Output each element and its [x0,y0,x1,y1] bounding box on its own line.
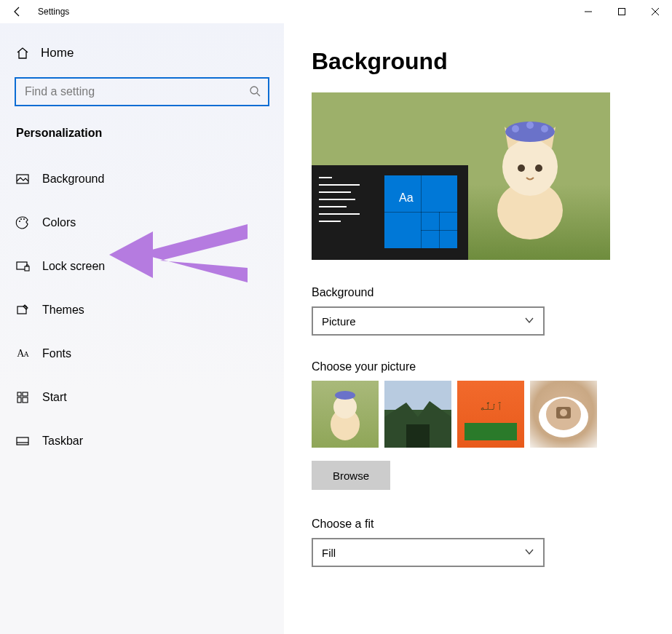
background-dropdown[interactable]: Picture [312,306,545,336]
start-icon [15,390,31,405]
sidebar-item-lockscreen[interactable]: Lock screen [15,249,269,284]
search-box[interactable] [15,77,269,106]
sidebar-item-start[interactable]: Start [15,380,269,415]
search-input[interactable] [23,84,249,99]
sidebar-nav: Background Colors Lock screen [15,162,269,459]
minimize-button[interactable] [572,0,605,23]
sidebar-item-label: Background [31,173,104,186]
sidebar-item-label: Lock screen [31,260,105,273]
choose-fit-label: Choose a fit [312,518,655,531]
svg-point-27 [335,391,355,400]
background-dropdown-label: Background [312,286,655,299]
arrow-left-icon [12,6,23,17]
svg-rect-13 [17,397,21,403]
svg-rect-14 [23,397,28,403]
svg-point-5 [19,221,20,222]
chevron-down-icon [524,547,534,559]
desktop-preview [312,92,610,260]
svg-point-2 [250,87,258,94]
window-title: Settings [35,7,69,17]
svg-rect-9 [25,266,29,271]
svg-point-35 [560,409,567,416]
settings-window: Settings Home [0,0,672,634]
fonts-icon: AA [15,348,31,360]
palette-icon [15,215,31,230]
svg-point-23 [518,165,525,172]
svg-rect-12 [23,392,28,396]
picture-thumbnail[interactable] [312,381,379,448]
picture-thumbnails: ٱللَّٰه [312,381,655,448]
fit-dropdown-value: Fill [322,547,336,559]
svg-line-3 [257,93,260,96]
title-bar: Settings [0,0,672,23]
picture-icon [15,172,31,186]
sidebar: Home Personalization Background [0,23,284,634]
svg-rect-15 [17,437,28,445]
close-icon [651,7,660,16]
svg-point-6 [20,218,22,220]
sidebar-section-label: Personalization [15,127,269,140]
svg-point-7 [23,218,25,220]
sidebar-item-label: Fonts [31,347,71,360]
sidebar-item-background[interactable]: Background [15,162,269,197]
sidebar-home-label: Home [31,46,74,60]
fit-dropdown[interactable]: Fill [312,538,545,567]
sidebar-home[interactable]: Home [15,36,269,70]
sidebar-item-colors[interactable]: Colors [15,205,269,240]
back-button[interactable] [0,0,35,23]
picture-thumbnail[interactable] [384,381,451,448]
chevron-down-icon [524,315,534,328]
svg-rect-29 [406,424,430,448]
sidebar-item-label: Taskbar [31,435,83,448]
minimize-icon [584,7,593,16]
home-icon [15,46,31,60]
window-controls [572,0,672,23]
preview-wallpaper-image [479,101,581,239]
taskbar-icon [15,434,31,448]
svg-rect-28 [384,381,451,410]
browse-button[interactable]: Browse [312,461,390,490]
svg-rect-30 [465,423,517,440]
svg-point-20 [512,125,519,132]
svg-text:ٱللَّٰه: ٱللَّٰه [479,401,502,412]
svg-rect-11 [17,392,21,396]
search-icon [249,85,261,99]
content-area: Background [284,23,672,634]
svg-rect-1 [619,9,625,15]
sidebar-item-fonts[interactable]: AA Fonts [15,336,269,371]
maximize-button[interactable] [605,0,639,23]
svg-point-24 [535,165,542,172]
page-title: Background [312,48,655,75]
themes-icon [15,303,31,317]
sidebar-item-taskbar[interactable]: Taskbar [15,424,269,459]
sidebar-item-label: Themes [31,304,84,317]
choose-picture-label: Choose your picture [312,360,655,373]
maximize-icon [617,7,626,16]
sidebar-item-label: Start [31,391,67,404]
picture-thumbnail[interactable] [530,381,597,448]
close-button[interactable] [639,0,672,23]
svg-point-21 [526,122,534,129]
lock-screen-icon [15,259,31,274]
sidebar-item-themes[interactable]: Themes [15,293,269,328]
picture-thumbnail[interactable]: ٱللَّٰه [457,381,524,448]
svg-point-22 [541,125,548,132]
sidebar-item-label: Colors [31,216,76,229]
background-dropdown-value: Picture [322,315,356,328]
